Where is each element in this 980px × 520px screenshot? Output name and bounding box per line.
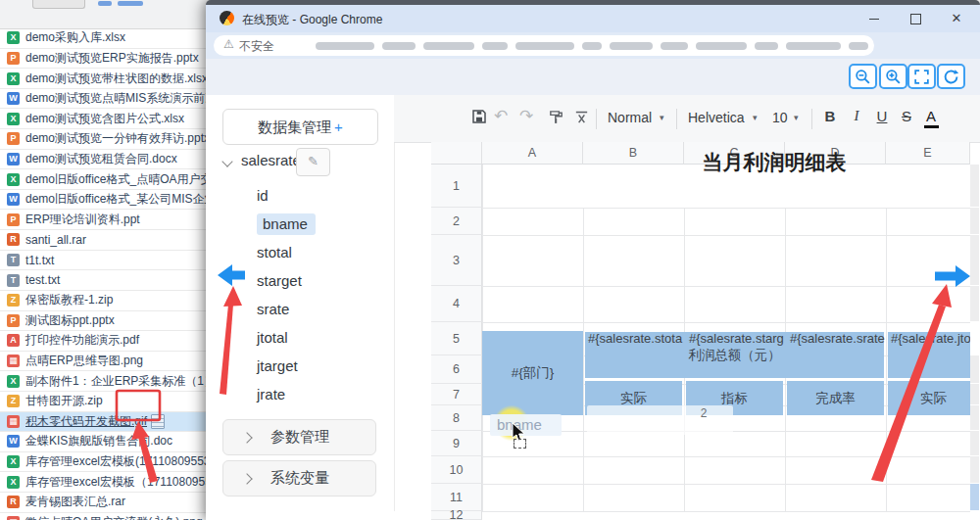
clear-format-button[interactable] <box>573 109 590 129</box>
file-name[interactable]: 金蝶KIS旗舰版销售合同.doc <box>25 433 172 449</box>
address-bar[interactable]: ⚠ 不安全 <box>214 35 874 56</box>
list-item[interactable]: Rsanti_all.rar <box>0 230 211 251</box>
font-size-select[interactable]: 10 <box>772 110 788 125</box>
list-item[interactable]: P测试图标ppt.pptx <box>0 311 211 332</box>
file-name[interactable]: 微信点晴OA用户交流群(永久).png <box>25 514 203 520</box>
file-name[interactable]: 库存管理excel宏模板(171108095536).xls <box>25 453 211 470</box>
file-name[interactable]: demo测试预览含图片公式.xlsx <box>25 111 184 127</box>
row-header-10[interactable]: 10 <box>431 456 482 484</box>
font-select[interactable]: Helvetica <box>688 110 745 125</box>
row-header-6[interactable]: 6 <box>431 355 482 384</box>
cell-e5[interactable]: #{salesrate.jtot <box>888 322 970 355</box>
cell-c5[interactable]: #{salesrate.starg <box>686 322 785 355</box>
file-name[interactable]: demo测试预览一分钟有效拜访.pptx <box>25 130 210 147</box>
row-header-5[interactable]: 5 <box>431 322 482 355</box>
list-item[interactable]: W金蝶KIS旗舰版销售合同.doc <box>0 432 211 452</box>
row-header-2[interactable]: 2 <box>431 208 482 235</box>
maximize-button[interactable] <box>898 5 933 32</box>
list-item[interactable]: Tt1t.txt <box>0 251 211 271</box>
cell-dept-header[interactable]: #{部门} <box>482 331 583 415</box>
list-item[interactable]: Xdemo旧版office格式_点晴OA用户交流群垃 <box>0 169 211 190</box>
file-name[interactable]: ERP理论培训资料.ppt <box>25 212 140 228</box>
file-name[interactable]: santi_all.rar <box>25 233 86 247</box>
sheet-title-cell[interactable]: 当月利润明细表 <box>578 149 970 176</box>
cell-actual2-header[interactable]: 实际 <box>888 381 979 415</box>
save-button[interactable] <box>470 108 488 129</box>
select-all-corner[interactable] <box>431 142 482 165</box>
zoom-out-button[interactable] <box>849 64 877 89</box>
list-item[interactable]: Ttest.txt <box>0 270 211 291</box>
row-header-3[interactable]: 3 <box>431 235 482 286</box>
list-item[interactable]: Xdemo测试预览带柱状图的数据.xlsx <box>0 69 211 89</box>
file-name[interactable]: 积木零代码开发截图.gif <box>25 413 147 430</box>
italic-button[interactable]: I <box>846 108 867 124</box>
format-paint-button[interactable] <box>548 109 564 129</box>
file-name[interactable]: 麦肯锡图表汇总.rar <box>25 494 125 510</box>
file-name[interactable]: 副本附件1：企业ERP采集标准（1）.xls <box>25 373 211 390</box>
bold-button[interactable]: B <box>819 108 841 124</box>
list-item[interactable]: ▦点晴ERP思维导图.png <box>0 352 211 372</box>
list-item[interactable]: Wdemo测试预览点晴MIS系统演示前准备明细 <box>0 89 211 110</box>
close-button[interactable]: ✕ <box>939 5 974 32</box>
file-name[interactable]: 保密版教程-1.zip <box>25 292 113 308</box>
clipped-link[interactable] <box>98 1 112 6</box>
list-item[interactable]: ▦积木零代码开发截图.gif <box>0 412 211 433</box>
redo-button[interactable]: ↷ <box>519 106 533 126</box>
list-item[interactable]: PERP理论培训资料.ppt <box>0 210 211 230</box>
file-name[interactable]: demo测试预览租赁合同.docx <box>25 151 177 167</box>
cell-b5[interactable]: #{salesrate.stota <box>585 322 684 355</box>
file-name[interactable]: demo采购入库.xlsx <box>25 29 125 46</box>
list-item[interactable]: X库存管理excel宏模板（171108095536）.x <box>0 472 211 493</box>
list-item[interactable]: R麦肯锡图表汇总.rar <box>0 493 211 513</box>
clipped-toolbar-button[interactable] <box>32 0 85 9</box>
file-name[interactable]: 点晴ERP思维导图.png <box>25 353 143 369</box>
file-name[interactable]: demo测试预览带柱状图的数据.xlsx <box>25 71 208 87</box>
row-header-9[interactable]: 9 <box>431 431 482 456</box>
file-type-icon: W <box>7 193 20 206</box>
file-name[interactable]: demo测试预览ERP实施报告.pptx <box>25 50 199 67</box>
row-header-4[interactable]: 4 <box>431 286 482 322</box>
fit-screen-button[interactable] <box>907 64 936 89</box>
row-header-11[interactable]: 11 <box>431 484 482 511</box>
list-item[interactable]: Wdemo测试预览租赁合同.docx <box>0 150 211 170</box>
file-name[interactable]: 甘特图开源.zip <box>25 393 103 409</box>
list-item[interactable]: Xdemo采购入库.xlsx <box>0 28 211 49</box>
file-name[interactable]: 测试图标ppt.pptx <box>25 312 115 329</box>
clipped-link[interactable] <box>118 1 143 6</box>
list-item[interactable]: A打印控件功能演示.pdf <box>0 331 211 352</box>
underline-button[interactable]: U <box>871 108 893 124</box>
list-item[interactable]: Z保密版教程-1.zip <box>0 291 211 311</box>
list-item[interactable]: Xdemo测试预览含图片公式.xlsx <box>0 109 211 129</box>
strikethrough-button[interactable]: S <box>896 108 917 124</box>
row-header-12[interactable]: 12 <box>431 511 482 520</box>
cell-d5[interactable]: #{salesrate.srate <box>787 322 886 355</box>
window-titlebar[interactable]: 在线预览 - Google Chrome ✕ <box>206 5 980 32</box>
zoom-in-button[interactable] <box>879 64 907 89</box>
dataset-manage-button[interactable]: 数据集管理+ <box>222 109 378 145</box>
file-name[interactable]: demo旧版office格式_点晴OA用户交流群垃 <box>25 171 211 188</box>
column-header-A[interactable]: A <box>482 142 583 165</box>
list-item[interactable]: Wdemo旧版office格式_某公司MIS企业管理信 <box>0 190 211 211</box>
file-name[interactable]: 库存管理excel宏模板（171108095536）.x <box>25 474 211 491</box>
file-name[interactable]: test.txt <box>25 273 60 287</box>
file-name[interactable]: t1t.txt <box>25 254 54 267</box>
row-header-7[interactable]: 7 <box>431 384 482 405</box>
list-item[interactable]: X副本附件1：企业ERP采集标准（1）.xls <box>0 371 211 392</box>
list-item[interactable]: Z甘特图开源.zip <box>0 392 211 412</box>
list-item[interactable]: Pdemo测试预览一分钟有效拜访.pptx <box>0 129 211 150</box>
row-header-1[interactable]: 1 <box>431 165 482 208</box>
file-name[interactable]: demo测试预览点晴MIS系统演示前准备明细 <box>25 90 211 107</box>
minimize-button[interactable] <box>857 5 892 32</box>
undo-button[interactable]: ↶ <box>494 106 508 126</box>
refresh-button[interactable] <box>937 64 965 89</box>
list-item[interactable]: ▦微信点晴OA用户交流群(永久).png <box>0 513 211 520</box>
file-name[interactable]: 打印控件功能演示.pdf <box>25 332 139 349</box>
list-item[interactable]: X库存管理excel宏模板(171108095536).xls <box>0 452 211 473</box>
text-color-button[interactable]: A <box>920 108 942 124</box>
row-header-8[interactable]: 8 <box>431 405 482 431</box>
file-name[interactable]: demo旧版office格式_某公司MIS企业管理信 <box>25 191 211 208</box>
cell-rate-header[interactable]: 完成率 <box>787 381 884 415</box>
style-select[interactable]: Normal <box>608 110 652 125</box>
preview-badge-icon[interactable] <box>151 414 165 429</box>
list-item[interactable]: Pdemo测试预览ERP实施报告.pptx <box>0 49 211 70</box>
